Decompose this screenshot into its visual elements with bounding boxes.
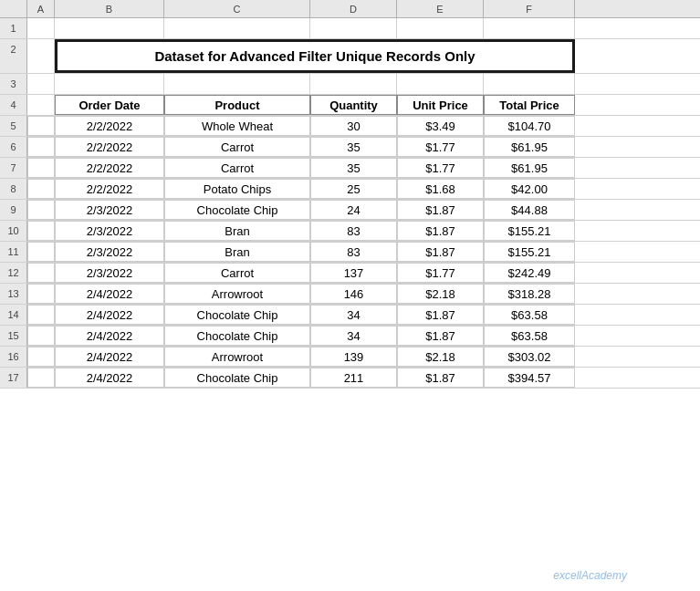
- cell-d3[interactable]: [310, 74, 397, 94]
- cell-a10[interactable]: [27, 221, 55, 241]
- cell-e9-unit[interactable]: $1.87: [397, 200, 484, 220]
- cell-a1[interactable]: [27, 18, 55, 38]
- cell-e16-unit[interactable]: $2.18: [397, 347, 484, 367]
- cell-b9-date[interactable]: 2/3/2022: [55, 200, 164, 220]
- cell-e5-unit[interactable]: $3.49: [397, 116, 484, 136]
- cell-a2[interactable]: [27, 39, 55, 73]
- cell-f16-total[interactable]: $303.02: [484, 347, 575, 367]
- cell-a3[interactable]: [27, 74, 55, 94]
- cell-f6-total[interactable]: $61.95: [484, 137, 575, 157]
- cell-e8-unit[interactable]: $1.68: [397, 179, 484, 199]
- cell-e15-unit[interactable]: $1.87: [397, 326, 484, 346]
- cell-d13-qty[interactable]: 146: [310, 284, 397, 304]
- cell-d10-qty[interactable]: 83: [310, 221, 397, 241]
- cell-a8[interactable]: [27, 179, 55, 199]
- row-5: 5 2/2/2022 Whole Wheat 30 $3.49 $104.70: [0, 116, 700, 137]
- cell-e7-unit[interactable]: $1.77: [397, 158, 484, 178]
- cell-e12-unit[interactable]: $1.77: [397, 263, 484, 283]
- cell-f7-total[interactable]: $61.95: [484, 158, 575, 178]
- cell-e17-unit[interactable]: $1.87: [397, 368, 484, 388]
- cell-d5-qty[interactable]: 30: [310, 116, 397, 136]
- cell-f15-total[interactable]: $63.58: [484, 326, 575, 346]
- cell-c6-product[interactable]: Carrot: [164, 137, 310, 157]
- cell-e1[interactable]: [397, 18, 484, 38]
- row-11: 11 2/3/2022 Bran 83 $1.87 $155.21: [0, 242, 700, 263]
- cell-d9-qty[interactable]: 24: [310, 200, 397, 220]
- cell-c3[interactable]: [164, 74, 310, 94]
- cell-c15-product[interactable]: Chocolate Chip: [164, 326, 310, 346]
- row-6: 6 2/2/2022 Carrot 35 $1.77 $61.95: [0, 137, 700, 158]
- cell-e14-unit[interactable]: $1.87: [397, 305, 484, 325]
- cell-b8-date[interactable]: 2/2/2022: [55, 179, 164, 199]
- row-num-10: 10: [0, 221, 27, 241]
- cell-e11-unit[interactable]: $1.87: [397, 242, 484, 262]
- cell-f13-total[interactable]: $318.28: [484, 284, 575, 304]
- cell-e10-unit[interactable]: $1.87: [397, 221, 484, 241]
- cell-a6[interactable]: [27, 137, 55, 157]
- cell-d15-qty[interactable]: 34: [310, 326, 397, 346]
- cell-d17-qty[interactable]: 211: [310, 368, 397, 388]
- cell-d14-qty[interactable]: 34: [310, 305, 397, 325]
- cell-c12-product[interactable]: Carrot: [164, 263, 310, 283]
- row-17: 17 2/4/2022 Chocolate Chip 211 $1.87 $39…: [0, 368, 700, 389]
- cell-a16[interactable]: [27, 347, 55, 367]
- cell-f11-total[interactable]: $155.21: [484, 242, 575, 262]
- cell-c9-product[interactable]: Chocolate Chip: [164, 200, 310, 220]
- cell-d8-qty[interactable]: 25: [310, 179, 397, 199]
- cell-c13-product[interactable]: Arrowroot: [164, 284, 310, 304]
- cell-d1[interactable]: [310, 18, 397, 38]
- cell-f3[interactable]: [484, 74, 575, 94]
- cell-d11-qty[interactable]: 83: [310, 242, 397, 262]
- cell-a14[interactable]: [27, 305, 55, 325]
- cell-b1[interactable]: [55, 18, 164, 38]
- cell-c5-product[interactable]: Whole Wheat: [164, 116, 310, 136]
- spreadsheet-body: 1 2 Dataset for Advanced Filter Unique R…: [0, 18, 700, 389]
- cell-b16-date[interactable]: 2/4/2022: [55, 347, 164, 367]
- cell-e3[interactable]: [397, 74, 484, 94]
- cell-b17-date[interactable]: 2/4/2022: [55, 368, 164, 388]
- cell-b3[interactable]: [55, 74, 164, 94]
- cell-f1[interactable]: [484, 18, 575, 38]
- cell-a17[interactable]: [27, 368, 55, 388]
- cell-f5-total[interactable]: $104.70: [484, 116, 575, 136]
- cell-a13[interactable]: [27, 284, 55, 304]
- cell-d12-qty[interactable]: 137: [310, 263, 397, 283]
- cell-f9-total[interactable]: $44.88: [484, 200, 575, 220]
- cell-a11[interactable]: [27, 242, 55, 262]
- cell-a5[interactable]: [27, 116, 55, 136]
- cell-b6-date[interactable]: 2/2/2022: [55, 137, 164, 157]
- cell-a12[interactable]: [27, 263, 55, 283]
- cell-f14-total[interactable]: $63.58: [484, 305, 575, 325]
- col-header-b: B: [55, 0, 164, 17]
- cell-b12-date[interactable]: 2/3/2022: [55, 263, 164, 283]
- cell-d7-qty[interactable]: 35: [310, 158, 397, 178]
- cell-b10-date[interactable]: 2/3/2022: [55, 221, 164, 241]
- header-quantity: Quantity: [310, 95, 397, 115]
- cell-c11-product[interactable]: Bran: [164, 242, 310, 262]
- cell-f17-total[interactable]: $394.57: [484, 368, 575, 388]
- cell-c10-product[interactable]: Bran: [164, 221, 310, 241]
- cell-a4[interactable]: [27, 95, 55, 115]
- cell-d6-qty[interactable]: 35: [310, 137, 397, 157]
- cell-b14-date[interactable]: 2/4/2022: [55, 305, 164, 325]
- cell-b7-date[interactable]: 2/2/2022: [55, 158, 164, 178]
- cell-b11-date[interactable]: 2/3/2022: [55, 242, 164, 262]
- cell-c1[interactable]: [164, 18, 310, 38]
- cell-e13-unit[interactable]: $2.18: [397, 284, 484, 304]
- cell-f8-total[interactable]: $42.00: [484, 179, 575, 199]
- cell-c7-product[interactable]: Carrot: [164, 158, 310, 178]
- cell-c16-product[interactable]: Arrowroot: [164, 347, 310, 367]
- cell-b15-date[interactable]: 2/4/2022: [55, 326, 164, 346]
- cell-e6-unit[interactable]: $1.77: [397, 137, 484, 157]
- cell-a9[interactable]: [27, 200, 55, 220]
- cell-c8-product[interactable]: Potato Chips: [164, 179, 310, 199]
- cell-b5-date[interactable]: 2/2/2022: [55, 116, 164, 136]
- cell-c14-product[interactable]: Chocolate Chip: [164, 305, 310, 325]
- cell-d16-qty[interactable]: 139: [310, 347, 397, 367]
- cell-f10-total[interactable]: $155.21: [484, 221, 575, 241]
- cell-a15[interactable]: [27, 326, 55, 346]
- cell-f12-total[interactable]: $242.49: [484, 263, 575, 283]
- cell-b13-date[interactable]: 2/4/2022: [55, 284, 164, 304]
- cell-c17-product[interactable]: Chocolate Chip: [164, 368, 310, 388]
- cell-a7[interactable]: [27, 158, 55, 178]
